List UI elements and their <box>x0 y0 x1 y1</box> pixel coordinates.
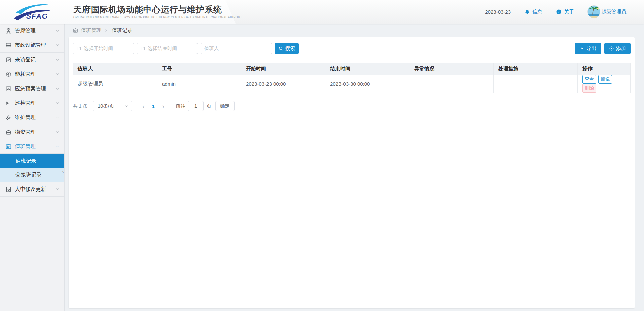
sidebar-item-visit-register[interactable]: 来访登记 <box>0 53 64 67</box>
chevron-down-icon <box>55 58 60 62</box>
maintenance-icon <box>5 114 12 121</box>
table-cell <box>409 75 494 93</box>
duty-person-input[interactable] <box>204 46 268 51</box>
search-button[interactable]: 搜索 <box>275 43 299 54</box>
sidebar-subitem[interactable]: 值班记录 <box>0 154 64 168</box>
sidebar-item-label: 巡检管理 <box>15 100 55 107</box>
sidebar-item-label: 市政设施管理 <box>15 42 55 49</box>
edit-button[interactable]: 编辑 <box>598 75 612 84</box>
chevron-down-icon <box>55 187 60 192</box>
sidebar-item-maintenance[interactable]: 维护管理 <box>0 110 64 125</box>
sidebar-subitem-label: 交接班记录 <box>15 171 42 178</box>
table-cell: 2023-03-30 00:00 <box>325 75 409 93</box>
end-time-picker[interactable] <box>137 43 198 54</box>
avatar <box>587 5 600 18</box>
chevron-down-icon <box>55 101 60 105</box>
bell-icon <box>524 9 530 15</box>
duty-person-field[interactable] <box>201 43 272 54</box>
calendar-icon <box>140 46 145 51</box>
delete-button[interactable]: 删除 <box>582 84 596 93</box>
view-button[interactable]: 查看 <box>582 75 596 84</box>
brand-area: SFAG 天府国际机场动能中心运行与维护系统 OPERATION AND MAI… <box>13 0 242 24</box>
duty-icon <box>5 143 12 150</box>
chevron-down-icon <box>55 72 60 76</box>
actions-cell: 查看编辑删除 <box>578 75 631 93</box>
download-icon <box>579 46 584 51</box>
goto-label: 前往 <box>176 103 185 109</box>
end-time-input[interactable] <box>148 46 194 51</box>
info-circle-icon: i <box>556 9 562 15</box>
sidebar-item-overhaul[interactable]: 大中修及更新 <box>0 182 64 197</box>
sidebar-item-label: 值班管理 <box>15 143 55 150</box>
column-header: 操作 <box>578 63 631 75</box>
emergency-plan-icon <box>5 85 12 92</box>
sidebar-item-inspection[interactable]: 巡检管理 <box>0 96 64 110</box>
page-unit-label: 页 <box>206 103 211 109</box>
sidebar-item-label: 能耗管理 <box>15 71 55 78</box>
column-header: 值班人 <box>73 63 157 75</box>
user-menu[interactable]: 超级管理员 <box>587 5 627 18</box>
table-row: 超级管理员admin2023-03-23 00:002023-03-30 00:… <box>73 75 631 93</box>
sidebar-item-label: 管廊管理 <box>15 27 55 34</box>
start-time-picker[interactable] <box>73 43 134 54</box>
page-number-1[interactable]: 1 <box>148 103 158 109</box>
sidebar-item-duty[interactable]: 值班管理 <box>0 139 64 154</box>
messages-label: 信息 <box>532 9 542 15</box>
column-header: 开始时间 <box>241 63 325 75</box>
material-icon <box>5 129 12 135</box>
total-count: 共 1 条 <box>73 103 88 109</box>
sidebar-collapse-handle[interactable]: ‹ <box>61 166 65 176</box>
column-header: 工号 <box>157 63 241 75</box>
goto-confirm-button[interactable]: 确定 <box>215 101 235 111</box>
inspection-icon <box>5 100 12 106</box>
add-button[interactable]: 添加 <box>604 43 631 54</box>
goto-page-input[interactable] <box>188 101 204 111</box>
table-cell: admin <box>157 75 241 93</box>
chevron-down-icon <box>55 130 60 134</box>
table-cell: 2023-03-23 00:00 <box>241 75 325 93</box>
table-cell <box>494 75 578 93</box>
about-label: 关于 <box>564 9 574 15</box>
overhaul-icon <box>5 186 12 193</box>
sidebar-item-municipal-facility[interactable]: 市政设施管理 <box>0 38 64 53</box>
sidebar-item-energy[interactable]: 能耗管理 <box>0 67 64 81</box>
next-page-button[interactable]: › <box>158 103 168 109</box>
chevron-up-icon <box>55 144 60 149</box>
prev-page-button[interactable]: ‹ <box>138 103 148 109</box>
column-header: 结束时间 <box>325 63 409 75</box>
svg-text:SFAG: SFAG <box>26 12 48 20</box>
start-time-input[interactable] <box>84 46 130 51</box>
main-area: 值班管理 值班记录 <box>65 24 644 311</box>
sidebar-subitem[interactable]: 交接班记录 <box>0 168 64 182</box>
username: 超级管理员 <box>601 9 627 15</box>
app-header: SFAG 天府国际机场动能中心运行与维护系统 OPERATION AND MAI… <box>0 0 644 24</box>
sidebar-subitem-label: 值班记录 <box>15 158 36 165</box>
pipe-gallery-icon <box>5 28 12 34</box>
sidebar-item-emergency-plan[interactable]: 应急预案管理 <box>0 81 64 96</box>
chevron-down-icon <box>55 29 60 33</box>
chevron-down-icon <box>55 43 60 47</box>
header-date: 2023-03-23 <box>485 9 511 15</box>
sidebar-item-material[interactable]: 物资管理 <box>0 125 64 139</box>
page-size-select[interactable]: 10条/页 <box>93 101 132 111</box>
duty-records-table: 值班人工号开始时间结束时间异常情况处理措施操作 超级管理员admin2023-0… <box>73 63 631 93</box>
export-button[interactable]: 导出 <box>575 43 601 54</box>
about-link[interactable]: i 关于 <box>556 9 574 15</box>
breadcrumb-parent[interactable]: 值班管理 <box>81 27 101 34</box>
messages-link[interactable]: 信息 <box>524 9 542 15</box>
sidebar-item-label: 维护管理 <box>15 114 55 121</box>
breadcrumb-current: 值班记录 <box>112 27 132 34</box>
calendar-icon <box>76 46 81 51</box>
chevron-down-icon <box>124 104 129 108</box>
energy-icon <box>5 71 12 77</box>
visit-register-icon <box>5 57 12 63</box>
svg-text:i: i <box>558 10 559 14</box>
chevron-down-icon <box>55 87 60 91</box>
chevron-down-icon <box>55 115 60 120</box>
chevron-right-icon <box>104 28 108 32</box>
duty-icon <box>73 28 78 33</box>
sidebar-item-label: 物资管理 <box>15 129 55 136</box>
sidebar-item-pipe-gallery[interactable]: 管廊管理 <box>0 24 64 38</box>
sidebar-item-label: 应急预案管理 <box>15 85 55 92</box>
content-card: 搜索 导出 添加 <box>69 37 635 308</box>
